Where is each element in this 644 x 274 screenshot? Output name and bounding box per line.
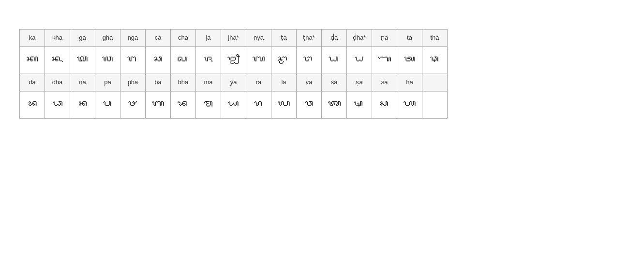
script-cell: ᬳ xyxy=(397,91,422,118)
script-cell: ᬧ xyxy=(95,91,120,118)
header-cell: ṇa xyxy=(372,30,397,47)
header-cell: ṭha* xyxy=(297,30,322,47)
script-cell: ᬗ xyxy=(120,46,146,74)
script-cell-empty xyxy=(422,91,448,118)
script-cell: ᬫ xyxy=(196,91,221,118)
script-cell: ᬘ xyxy=(146,46,171,74)
script-cell: ᬢ xyxy=(397,46,422,74)
script-cell: ᬭ xyxy=(246,91,271,118)
script-cell: ᬝ xyxy=(271,46,297,74)
header-cell: nya xyxy=(246,30,271,47)
header-cell: pha xyxy=(120,74,146,91)
script-cell: ᬠ xyxy=(347,46,372,74)
script-cell: ᬣ xyxy=(422,46,448,74)
header-cell: tha xyxy=(422,30,448,47)
table-script-row-1: ᬓᬔᬕᬖᬗᬘᬙᬚᬛᬜᬝᬞᬟᬠᬡᬢᬣ xyxy=(20,46,448,74)
header-cell: ra xyxy=(246,74,271,91)
script-cell: ᬛ xyxy=(221,46,246,74)
header-cell: la xyxy=(271,74,297,91)
script-cell: ᬚ xyxy=(196,46,221,74)
table-script-row-2: ᬤᬥᬦᬧᬨᬩᬪᬫᬬᬭᬮᬯᬰᬱᬲᬳ xyxy=(20,91,448,118)
script-cell: ᬥ xyxy=(45,91,70,118)
consonants-table: kakhagaghangacachajajha*nyaṭaṭha*ḍaḍha*ṇ… xyxy=(19,29,448,119)
table-header-row-2: dadhanapaphababhamayaralavaśaṣasaha xyxy=(20,74,448,91)
script-cell: ᬦ xyxy=(70,91,95,118)
script-cell: ᬮ xyxy=(271,91,297,118)
header-cell xyxy=(422,74,448,91)
header-cell: ṭa xyxy=(271,30,297,47)
script-cell: ᬕ xyxy=(70,46,95,74)
script-cell: ᬡ xyxy=(372,46,397,74)
script-cell: ᬔ xyxy=(45,46,70,74)
script-cell: ᬱ xyxy=(347,91,372,118)
header-cell: da xyxy=(20,74,45,91)
script-cell: ᬲ xyxy=(372,91,397,118)
header-cell: na xyxy=(70,74,95,91)
header-cell: ha xyxy=(397,74,422,91)
header-cell: sa xyxy=(372,74,397,91)
header-cell: ma xyxy=(196,74,221,91)
script-cell: ᬖ xyxy=(95,46,120,74)
header-cell: ḍa xyxy=(322,30,347,47)
script-cell: ᬙ xyxy=(171,46,196,74)
header-cell: śa xyxy=(322,74,347,91)
script-cell: ᬪ xyxy=(171,91,196,118)
script-cell: ᬨ xyxy=(120,91,146,118)
header-cell: ja xyxy=(196,30,221,47)
header-cell: nga xyxy=(120,30,146,47)
script-cell: ᬯ xyxy=(297,91,322,118)
script-cell: ᬓ xyxy=(20,46,45,74)
header-cell: jha* xyxy=(221,30,246,47)
script-cell: ᬟ xyxy=(322,46,347,74)
header-cell: ba xyxy=(146,74,171,91)
header-cell: ya xyxy=(221,74,246,91)
script-cell: ᬰ xyxy=(322,91,347,118)
header-cell: bha xyxy=(171,74,196,91)
header-cell: ga xyxy=(70,30,95,47)
header-cell: gha xyxy=(95,30,120,47)
header-cell: ka xyxy=(20,30,45,47)
header-cell: ṣa xyxy=(347,74,372,91)
script-cell: ᬬ xyxy=(221,91,246,118)
header-cell: cha xyxy=(171,30,196,47)
header-cell: pa xyxy=(95,74,120,91)
script-cell: ᬜ xyxy=(246,46,271,74)
script-cell: ᬞ xyxy=(297,46,322,74)
table-header-row-1: kakhagaghangacachajajha*nyaṭaṭha*ḍaḍha*ṇ… xyxy=(20,30,448,47)
script-cell: ᬤ xyxy=(20,91,45,118)
script-cell: ᬩ xyxy=(146,91,171,118)
header-cell: va xyxy=(297,74,322,91)
header-cell: ḍha* xyxy=(347,30,372,47)
header-cell: dha xyxy=(45,74,70,91)
header-cell: ta xyxy=(397,30,422,47)
header-cell: ca xyxy=(146,30,171,47)
header-cell: kha xyxy=(45,30,70,47)
